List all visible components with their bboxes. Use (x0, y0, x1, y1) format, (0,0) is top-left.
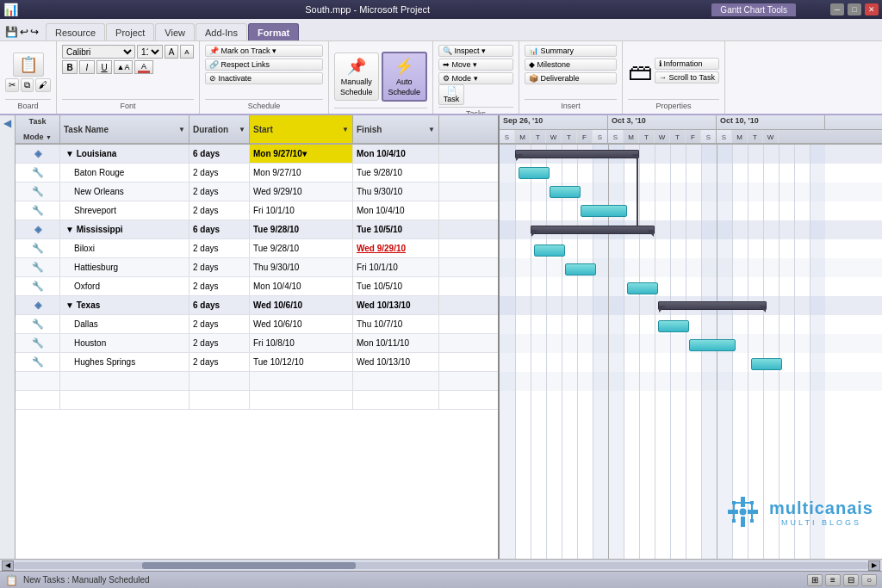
gantt-day-t3: T (639, 130, 655, 145)
milestone-btn[interactable]: ◆ Milestone (525, 59, 617, 71)
font-name-select[interactable]: Calibri (62, 45, 135, 59)
task-btn[interactable]: 📄Task (438, 84, 464, 105)
col-header-name: Task Name ▼ (60, 115, 189, 143)
table-row[interactable]: 🔧 Biloxi 2 days Tue 9/28/10 Wed 9/29/10 (16, 239, 498, 258)
tab-format[interactable]: Format (248, 23, 299, 40)
gantt-chart: Sep 26, '10 Oct 3, '10 Oct 10, '10 S M T… (500, 115, 882, 559)
status-btn-4[interactable]: ○ (861, 574, 877, 586)
window-icon: 📊 (3, 3, 18, 16)
font-color-btn[interactable]: A (134, 60, 153, 74)
auto-schedule-btn[interactable]: ⚡ Auto Schedule (382, 52, 428, 102)
information-btn[interactable]: ℹ Information (655, 58, 719, 70)
save-icon[interactable]: 💾 (5, 26, 18, 38)
format-painter-btn[interactable]: 🖌 (35, 78, 51, 92)
title-bar-text: South.mpp - Microsoft Project (23, 4, 711, 15)
deliverable-btn[interactable]: 📦 Deliverable (525, 72, 617, 84)
bg-color-btn[interactable]: ▲A (114, 60, 133, 74)
mark-on-track-btn[interactable]: 📌 Mark on Track ▾ (205, 45, 323, 57)
table-row[interactable]: 🔧 Hattiesburg 2 days Thu 9/30/10 Fri 10/… (16, 258, 498, 277)
move-btn[interactable]: ➡ Move ▾ (438, 59, 513, 71)
tab-project[interactable]: Project (106, 23, 154, 40)
gantt-day-s1: S (500, 130, 515, 145)
svg-rect-2 (728, 510, 738, 514)
manually-schedule-btn[interactable]: 📌 Manually Schedule (334, 53, 379, 101)
gantt-day-s3: S (608, 130, 624, 145)
table-row[interactable]: ◈ ▼ Mississippi 6 days Tue 9/28/10 Tue 1… (16, 220, 498, 239)
redo-icon[interactable]: ↪ (30, 26, 39, 38)
table-row[interactable]: 🔧 Hughes Springs 2 days Tue 10/12/10 Wed… (16, 353, 498, 372)
close-btn[interactable]: ✕ (865, 3, 879, 15)
gantt-bar-mississippi (531, 226, 655, 234)
gantt-day-s2: S (593, 130, 608, 145)
table-row[interactable]: 🔧 Dallas 2 days Wed 10/6/10 Thu 10/7/10 (16, 315, 498, 334)
cell-duration: 2 days (189, 315, 250, 333)
scroll-right-btn[interactable]: ▶ (868, 560, 880, 571)
window-controls[interactable]: ─ □ ✕ (830, 3, 879, 15)
scroll-to-task-btn[interactable]: → Scroll to Task (655, 71, 719, 84)
tab-view[interactable]: View (155, 23, 195, 40)
status-btn-1[interactable]: ⊞ (807, 574, 823, 586)
scroll-thumb[interactable] (142, 562, 356, 569)
table-row[interactable]: 🔧 Houston 2 days Fri 10/8/10 Mon 10/11/1… (16, 334, 498, 353)
table-row[interactable]: 🔧 Oxford 2 days Mon 10/4/10 Tue 10/5/10 (16, 277, 498, 296)
gantt-tools-tab: Gantt Chart Tools (711, 3, 796, 16)
undo-icon[interactable]: ↩ (20, 26, 28, 38)
table-row[interactable]: ◈ ▼ Louisiana 6 days Mon 9/27/10▾ Mon 10… (16, 145, 498, 164)
cell-finish: Mon 10/11/10 (353, 334, 439, 352)
cell-start: Wed 10/6/10 (250, 315, 353, 333)
gantt-bar-hughes-springs (751, 358, 782, 370)
gantt-bar-shreveport (581, 205, 627, 217)
italic-btn[interactable]: I (79, 60, 95, 74)
table-row[interactable]: 🔧 New Orleans 2 days Wed 9/29/10 Thu 9/3… (16, 183, 498, 201)
cell-duration: 2 days (189, 164, 250, 182)
ribbon-group-schedule-mode: 📌 Manually Schedule ⚡ Auto Schedule (329, 41, 433, 114)
horizontal-scrollbar[interactable]: ◀ ▶ (0, 559, 882, 571)
tab-resource[interactable]: Resource (46, 23, 105, 40)
decrease-font-btn[interactable]: A (180, 45, 194, 59)
cell-start: Fri 10/8/10 (250, 334, 353, 352)
left-panel: ◀ (0, 115, 16, 559)
paste-btn[interactable]: 📋 (13, 53, 44, 77)
ribbon-group-properties: 🗃 ℹ Information → Scroll to Task Propert… (623, 41, 725, 114)
cell-name: Biloxi (60, 239, 189, 257)
properties-icon: 🗃 (628, 58, 652, 86)
respect-links-btn[interactable]: 🔗 Respect Links (205, 59, 323, 71)
svg-rect-6 (750, 501, 754, 504)
ribbon-group-insert: 📊 Summary ◆ Milestone 📦 Deliverable Inse… (519, 41, 623, 114)
ribbon-group-schedule: 📌 Mark on Track ▾ 🔗 Respect Links ⊘ Inac… (200, 41, 329, 114)
svg-rect-3 (748, 510, 758, 514)
cell-name: Hattiesburg (60, 258, 189, 276)
gantt-day-s5: S (717, 130, 732, 145)
status-btn-3[interactable]: ⊟ (843, 574, 859, 586)
table-row-empty (16, 391, 498, 410)
cell-duration: 6 days (189, 296, 250, 314)
mode-btn[interactable]: ⚙ Mode ▾ (438, 72, 513, 84)
ribbon-group-tasks: 🔍 Inspect ▾ ➡ Move ▾ ⚙ Mode ▾ 📄Task Task… (433, 41, 519, 114)
copy-btn[interactable]: ⧉ (21, 78, 34, 92)
underline-btn[interactable]: U (96, 60, 112, 74)
task-table-body: ◈ ▼ Louisiana 6 days Mon 9/27/10▾ Mon 10… (16, 145, 498, 559)
cell-mode: 🔧 (16, 201, 60, 220)
increase-font-btn[interactable]: A (165, 45, 178, 59)
cut-btn[interactable]: ✂ (5, 78, 19, 92)
inspect-btn[interactable]: 🔍 Inspect ▾ (438, 45, 513, 57)
cell-mode: ◈ (16, 296, 60, 314)
table-row[interactable]: 🔧 Shreveport 2 days Fri 10/1/10 Mon 10/4… (16, 201, 498, 220)
table-row-empty (16, 372, 498, 391)
inactivate-btn[interactable]: ⊘ Inactivate (205, 72, 323, 84)
minimize-btn[interactable]: ─ (830, 3, 844, 15)
cell-start: Wed 10/6/10 (250, 296, 353, 314)
table-row[interactable]: ◈ ▼ Texas 6 days Wed 10/6/10 Wed 10/13/1… (16, 296, 498, 315)
font-size-select[interactable]: 11 (137, 45, 163, 59)
cell-name: Hughes Springs (60, 353, 189, 371)
maximize-btn[interactable]: □ (848, 3, 861, 15)
status-btn-2[interactable]: ≡ (825, 574, 841, 586)
scroll-left-btn[interactable]: ◀ (2, 560, 14, 571)
bold-btn[interactable]: B (62, 60, 78, 74)
cell-start: Tue 10/12/10 (250, 353, 353, 371)
tab-addins[interactable]: Add-Ins (196, 23, 247, 40)
table-row[interactable]: 🔧 Baton Rouge 2 days Mon 9/27/10 Tue 9/2… (16, 164, 498, 183)
svg-rect-1 (741, 517, 745, 527)
scroll-track[interactable] (14, 562, 868, 569)
summary-btn[interactable]: 📊 Summary (525, 45, 617, 57)
